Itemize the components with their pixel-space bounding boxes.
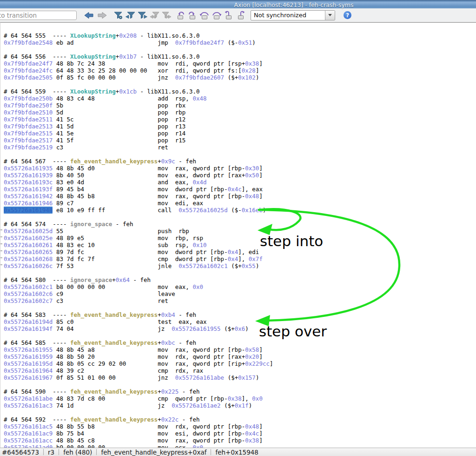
asm-line[interactable]: 0x55726a161935 48 8b 45 d0 mov rax, qwor… xyxy=(4,165,476,172)
back-button[interactable] xyxy=(83,10,94,20)
asm-line[interactable]: 0x7f9bfdae2515 41 5e pop r14 xyxy=(4,130,476,137)
asm-line[interactable]: 0x55726a161acc 48 8b 45 c8 mov rax, qwor… xyxy=(4,437,476,444)
block-header: # 64 564 583 ---- feh_event_handle_keypr… xyxy=(4,311,476,318)
filter-prev-icon xyxy=(126,11,135,20)
toolbar: Not synchronized ? xyxy=(0,8,476,22)
function-gutter-marks xyxy=(0,229,2,269)
asm-line[interactable]: 0x7f9bfdae24fc 64 48 33 3c 25 28 00 00 0… xyxy=(4,67,476,74)
step-back-out-button[interactable] xyxy=(223,10,234,20)
step-into-button[interactable] xyxy=(187,10,198,20)
asm-line[interactable]: 0x55726a16026c 7f 53 jnle 0x55726a1602c1… xyxy=(4,262,476,269)
statusbar-item: feh_event_handle_keypress+0xaf xyxy=(97,449,211,456)
block-header: # 64 564 574 ---- ignore_space - feh xyxy=(4,221,476,228)
step-back-out-icon xyxy=(223,11,234,20)
transition-filter-group xyxy=(112,10,172,20)
statusbar-item: feh (480) xyxy=(59,449,96,456)
asm-line[interactable]: 0x55726a16193f 89 45 b4 mov dword ptr [r… xyxy=(4,186,476,193)
block-header: # 64 564 585 ---- feh_event_handle_keypr… xyxy=(4,339,476,346)
step-out-icon xyxy=(235,11,246,20)
asm-line[interactable]: 0x55726a160268 83 7d fc 7f cmp dword ptr… xyxy=(4,255,476,262)
statusbar: #64564573r3feh (480)feh_event_handle_key… xyxy=(0,448,476,456)
asm-line[interactable]: 0x7f9bfdae2548 eb ad jmp 0x7f9bfdae24f7 … xyxy=(4,39,476,46)
block-header: # 64 564 567 ---- feh_event_handle_keypr… xyxy=(4,158,476,165)
disassembly-pane[interactable]: # 64 564 555 ---- XLookupString+0x208 - … xyxy=(0,22,476,448)
asm-line[interactable]: 0x55726a161964 48 39 c2 cmp rdx, rax xyxy=(4,367,476,374)
forward-arrow-icon xyxy=(97,11,107,20)
chevron-down-icon xyxy=(328,14,332,16)
asm-line[interactable]: 0x55726a16194d 85 c0 test eax, eax xyxy=(4,318,476,325)
step-button-group xyxy=(175,10,246,20)
asm-line[interactable]: 0x55726a16195d 48 8b 05 cc 29 02 00 mov … xyxy=(4,360,476,367)
asm-line[interactable]: 0x55726a160261 48 83 ec 10 sub rsp, 0x10 xyxy=(4,241,476,248)
statusbar-item: #64564573 xyxy=(0,449,43,456)
step-back-into-icon xyxy=(175,11,186,20)
asm-line[interactable]: 0x55726a161ac3 74 1d jz 0x55726a161ae2 (… xyxy=(4,402,476,409)
asm-line[interactable]: 0x7f9bfdae2510 5d pop rbp xyxy=(4,109,476,116)
asm-line[interactable]: 0x55726a161948 e8 10 e9 ff ff call 0x557… xyxy=(4,207,476,214)
history-button-group xyxy=(83,10,108,20)
block-header: # 64 564 590 ---- feh_event_handle_keypr… xyxy=(4,388,476,395)
window-title: Axion [localhost:46213] - feh-crash-syms xyxy=(234,1,353,8)
prev-transition-button[interactable] xyxy=(125,10,136,20)
step-back-into-button[interactable] xyxy=(175,10,186,20)
block-header: # 64 564 592 ---- feh_event_handle_keypr… xyxy=(4,416,476,423)
asm-line[interactable]: 0x7f9bfdae2505 0f 85 fc 00 00 00 jnz 0x7… xyxy=(4,74,476,81)
step-over-button[interactable] xyxy=(211,10,222,20)
help-button[interactable]: ? xyxy=(344,11,351,19)
sync-dropdown[interactable]: Not synchronized xyxy=(251,10,335,20)
dropdown-chevron-button[interactable] xyxy=(325,11,335,20)
first-transition-button[interactable] xyxy=(149,10,160,20)
statusbar-item: feh+0x15948 xyxy=(211,449,262,456)
asm-line[interactable]: 0x55726a1602c7 c3 ret xyxy=(4,297,476,304)
block-header: # 64 564 556 ---- XLookupString+0x1b7 - … xyxy=(4,53,476,60)
asm-line[interactable]: 0x7f9bfdae250b 48 83 c4 48 add rsp, 0x48 xyxy=(4,95,476,102)
back-arrow-icon xyxy=(84,11,94,20)
block-header: # 64 564 559 ---- XLookupString+0x1cb - … xyxy=(4,88,476,95)
asm-line[interactable]: 0x55726a161ac9 8b 75 b4 mov esi, dword p… xyxy=(4,430,476,437)
filter-settings-icon xyxy=(113,11,123,20)
asm-line[interactable]: 0x55726a161946 89 c7 mov edi, eax xyxy=(4,200,476,207)
asm-line[interactable]: 0x55726a16194f 74 04 jz 0x55726a161955 (… xyxy=(4,325,476,332)
asm-line[interactable]: 0x7f9bfdae2511 41 5c pop r12 xyxy=(4,116,476,123)
window: Axion [localhost:46213] - feh-crash-syms xyxy=(0,0,476,456)
filter-last-icon xyxy=(162,11,172,20)
filter-settings-button[interactable] xyxy=(112,10,124,20)
asm-line[interactable]: 0x55726a161959 48 8b 50 20 mov rdx, qwor… xyxy=(4,353,476,360)
block-header: # 64 564 555 ---- XLookupString+0x208 - … xyxy=(4,32,476,39)
asm-line[interactable]: 0x55726a16193c 83 e0 4d and eax, 0x4d xyxy=(4,179,476,186)
asm-line[interactable]: 0x7f9bfdae2519 c3 ret xyxy=(4,144,476,151)
statusbar-item: r3 xyxy=(44,449,59,456)
asm-line[interactable]: 0x7f9bfdae250f 5b pop rbx xyxy=(4,102,476,109)
asm-line[interactable]: 0x55726a1602c1 b8 00 00 00 00 mov eax, 0… xyxy=(4,283,476,290)
asm-line[interactable]: 0x7f9bfdae24f7 48 8b 7c 24 38 mov rdi, q… xyxy=(4,60,476,67)
asm-line[interactable]: 0x7f9bfdae2513 41 5d pop r13 xyxy=(4,123,476,130)
step-back-over-icon xyxy=(199,11,210,20)
step-out-button[interactable] xyxy=(235,10,246,20)
help-icon: ? xyxy=(346,12,349,19)
step-into-icon xyxy=(187,11,198,20)
forward-button[interactable] xyxy=(97,10,108,20)
sync-dropdown-value: Not synchronized xyxy=(251,11,325,20)
titlebar[interactable]: Axion [localhost:46213] - feh-crash-syms xyxy=(0,0,476,8)
disassembly: # 64 564 555 ---- XLookupString+0x208 - … xyxy=(0,23,476,448)
asm-line[interactable]: 0x55726a16025e 48 89 e5 mov rbp, rsp xyxy=(4,235,476,241)
asm-line[interactable]: 0x55726a16025d 55 push rbp xyxy=(4,228,476,235)
last-transition-button[interactable] xyxy=(161,10,172,20)
goto-transition-input[interactable] xyxy=(0,11,77,20)
next-transition-button[interactable] xyxy=(137,10,148,20)
asm-line[interactable]: 0x55726a161942 48 8b 45 b8 mov rax, qwor… xyxy=(4,193,476,200)
asm-line[interactable]: 0x55726a161abe 48 83 7d c8 00 cmp qword … xyxy=(4,395,476,402)
step-back-over-button[interactable] xyxy=(199,10,210,20)
asm-line[interactable]: 0x7f9bfdae2517 41 5f pop r15 xyxy=(4,137,476,144)
filter-first-icon xyxy=(150,11,159,20)
asm-line[interactable]: 0x55726a160265 89 7d fc mov dword ptr [r… xyxy=(4,248,476,255)
filter-next-icon xyxy=(138,11,147,20)
asm-line[interactable]: 0x55726a1602c6 c9 leave xyxy=(4,290,476,297)
asm-line[interactable]: 0x55726a161939 8b 40 50 mov eax, dword p… xyxy=(4,172,476,179)
asm-line[interactable]: 0x55726a161967 0f 85 51 01 00 00 jnz 0x5… xyxy=(4,374,476,381)
step-over-icon xyxy=(211,11,222,20)
asm-line[interactable]: 0x55726a161ac5 48 8b 55 b8 mov rdx, qwor… xyxy=(4,423,476,430)
block-header: # 64 564 580 ---- ignore_space+0x64 - fe… xyxy=(4,276,476,283)
asm-line[interactable]: 0x55726a161955 48 8b 45 a8 mov rax, qwor… xyxy=(4,346,476,353)
asm-line[interactable]: 0x55726a161ad0 b9 00 00 00 00 mov ecx, 0… xyxy=(4,444,476,448)
